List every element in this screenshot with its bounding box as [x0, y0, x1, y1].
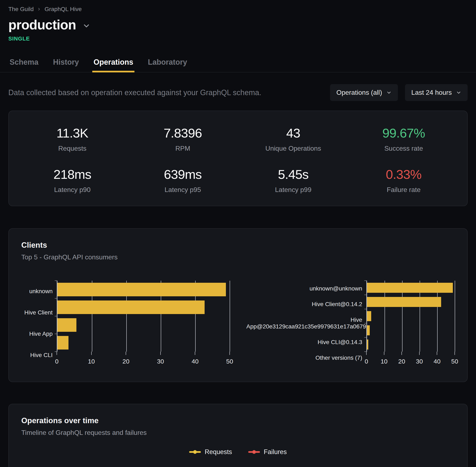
axis-tick: [55, 298, 57, 298]
breadcrumb-org[interactable]: The Guild: [8, 6, 34, 13]
tab-schema[interactable]: Schema: [8, 58, 40, 72]
legend-marker-icon: [248, 451, 260, 453]
stat-latency-p95: 639ms Latency p95: [128, 167, 238, 194]
bar-category-label: Hive App@20e3129caa921c35e9979631e17a067…: [246, 317, 362, 330]
tab-history[interactable]: History: [52, 58, 80, 72]
stat-latency-p99: 5.45s Latency p99: [238, 167, 348, 194]
clients-name-plot: [57, 281, 230, 352]
axis-tick: [419, 352, 420, 355]
clients-by-version-chart: unknown@unknownHive Client@0.14.2Hive Ap…: [246, 281, 455, 366]
time-range-dropdown[interactable]: Last 24 hours: [405, 84, 468, 101]
legend-item-failures[interactable]: Failures: [248, 448, 287, 456]
stat-success-rate: 99.67% Success rate: [348, 126, 459, 152]
bar-category-label: Other versions (7): [246, 354, 362, 361]
bar-row: [367, 337, 455, 352]
bar: [367, 297, 441, 307]
axis-tick-label: 30: [157, 358, 164, 365]
bar-row: [57, 298, 230, 316]
axis-tick-label: 0: [55, 358, 59, 365]
bar: [367, 339, 368, 350]
bar-row: [367, 309, 455, 323]
bar-category-label: unknown: [21, 288, 53, 295]
clients-name-x-axis: 01020304050: [57, 355, 230, 366]
axis-tick: [55, 316, 57, 316]
stat-latency-p90: 218ms Latency p90: [17, 167, 128, 194]
axis-tick-label: 40: [434, 358, 440, 365]
axis-tick-label: 20: [122, 358, 130, 365]
gridline: [230, 281, 230, 352]
clients-version-axis-labels: unknown@unknownHive Client@0.14.2Hive Ap…: [246, 281, 366, 366]
bar-category-label: Hive Client@0.14.2: [246, 301, 362, 308]
axis-tick-label: 10: [381, 358, 387, 365]
stat-failure-rate: 0.33% Failure rate: [348, 167, 459, 194]
axis-tick-label: 10: [88, 358, 95, 365]
axis-tick: [55, 334, 57, 334]
bar: [57, 300, 205, 314]
target-tabs: Schema History Operations Laboratory: [0, 58, 476, 72]
axis-tick-label: 50: [451, 358, 458, 365]
bar: [367, 311, 371, 321]
target-type-badge: SINGLE: [8, 36, 468, 42]
collection-description: Data collected based on operation execut…: [8, 88, 261, 97]
operations-filter-dropdown[interactable]: Operations (all): [330, 84, 398, 101]
chevron-down-icon: [386, 90, 392, 95]
stat-unique-operations: 43 Unique Operations: [238, 126, 348, 152]
axis-tick: [195, 352, 195, 355]
bar-category-label: Hive App: [21, 331, 53, 337]
axis-tick: [57, 352, 57, 355]
clients-card: Clients Top 5 - GraphQL API consumers un…: [8, 228, 468, 382]
axis-tick: [366, 352, 367, 355]
axis-tick: [160, 352, 161, 355]
operations-toolbar: Data collected based on operation execut…: [8, 84, 468, 101]
chevron-down-icon: [456, 90, 461, 95]
bar: [367, 283, 453, 293]
bar-row: [57, 281, 230, 298]
tab-operations[interactable]: Operations: [92, 58, 134, 72]
bar: [57, 336, 68, 350]
bar: [367, 325, 370, 336]
stat-rpm: 7.8396 RPM: [128, 126, 238, 152]
bar-category-label: Hive CLI: [21, 352, 53, 359]
legend-marker-icon: [189, 451, 201, 453]
clients-title: Clients: [21, 241, 455, 250]
chevron-right-icon: [37, 7, 41, 11]
gridline: [455, 281, 455, 352]
target-selector-chevron-down-icon[interactable]: [82, 22, 91, 30]
legend-label: Failures: [264, 448, 287, 456]
clients-version-plot: [366, 281, 455, 352]
stat-requests: 11.3K Requests: [17, 126, 128, 152]
axis-tick: [364, 295, 367, 295]
legend-dot-icon: [193, 450, 197, 454]
bar-row: [57, 334, 230, 352]
tab-laboratory[interactable]: Laboratory: [146, 58, 188, 72]
clients-name-axis-labels: unknownHive ClientHive AppHive CLI: [21, 281, 57, 366]
bar-category-label: Hive CLI@0.14.3: [246, 339, 362, 346]
clients-by-name-chart: unknownHive ClientHive AppHive CLI 01020…: [21, 281, 230, 366]
axis-tick: [91, 352, 92, 355]
bar: [57, 318, 76, 332]
target-title-row: production: [8, 17, 468, 33]
axis-tick: [437, 352, 437, 355]
axis-tick-label: 20: [398, 358, 405, 365]
axis-tick-label: 40: [192, 358, 198, 365]
stats-summary-card: 11.3K Requests 7.8396 RPM 43 Unique Oper…: [8, 111, 468, 206]
axis-tick-label: 50: [226, 358, 233, 365]
timeline-subtitle: Timeline of GraphQL requests and failure…: [21, 429, 455, 437]
breadcrumb-project[interactable]: GraphQL Hive: [44, 6, 82, 13]
axis-tick: [454, 352, 455, 355]
axis-tick: [364, 309, 367, 309]
clients-subtitle: Top 5 - GraphQL API consumers: [21, 253, 455, 261]
legend-dot-icon: [252, 450, 256, 454]
legend-item-requests[interactable]: Requests: [189, 448, 232, 456]
bar: [57, 283, 226, 296]
bar-row: [367, 323, 455, 337]
axis-tick: [364, 337, 367, 338]
toolbar-actions: Operations (all) Last 24 hours: [330, 84, 468, 101]
axis-tick: [384, 352, 384, 355]
clients-charts-row: unknownHive ClientHive AppHive CLI 01020…: [21, 281, 455, 366]
axis-tick: [126, 352, 126, 355]
axis-tick: [55, 280, 57, 281]
timeline-legend: RequestsFailures: [21, 448, 455, 456]
bar-row: [367, 295, 455, 309]
axis-tick-label: 0: [365, 358, 368, 365]
